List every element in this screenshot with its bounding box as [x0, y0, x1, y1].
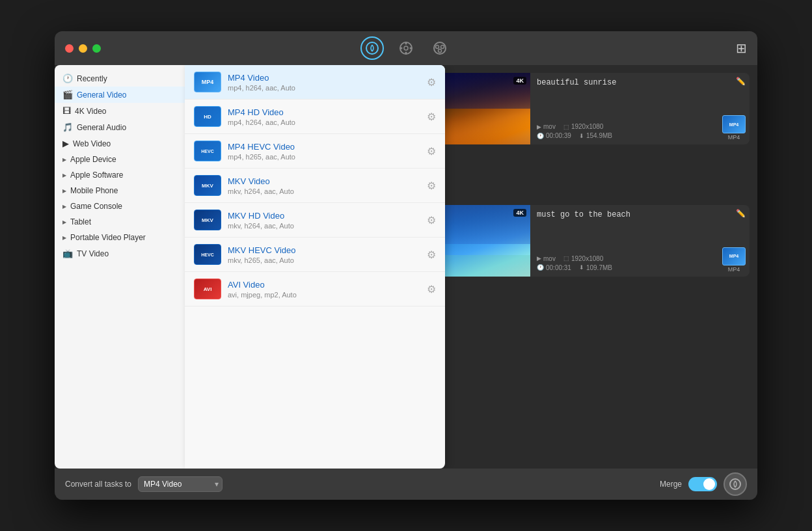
sidebar-item-apple-software[interactable]: ▶ Apple Software — [55, 167, 185, 183]
format-badge-v2: MP4 MP4 — [722, 115, 746, 141]
format-settings-mkv[interactable]: ⚙ — [427, 180, 436, 192]
minimize-button[interactable] — [79, 44, 87, 53]
video-title-v4: must go to the beach — [537, 210, 743, 219]
convert-all-label: Convert all tasks to — [65, 480, 131, 489]
svg-point-5 — [401, 48, 403, 49]
format-item-info-mp4-hd: MP4 HD Video mp4, h264, aac, Auto — [228, 107, 427, 126]
format-item-name-mkv-hevc: MKV HEVC Video — [228, 245, 427, 255]
toolbox-tab-icon[interactable] — [428, 36, 452, 60]
sidebar-item-general-video[interactable]: 🎬 General Video — [55, 87, 185, 103]
maximize-button[interactable] — [92, 44, 101, 53]
format-item-info-mp4: MP4 Video mp4, h264, aac, Auto — [228, 73, 427, 92]
titlebar-icons — [360, 36, 452, 60]
sidebar-item-tablet[interactable]: ▶ Tablet — [55, 214, 185, 230]
format-icon-mp4-hevc: HEVC — [194, 141, 221, 161]
sidebar-item-apple-software-label: Apple Software — [70, 170, 123, 180]
sidebar-item-mobile-phone-label: Mobile Phone — [70, 186, 118, 195]
sidebar-item-general-audio-label: General Audio — [77, 123, 126, 132]
format-settings-mp4-hd[interactable]: ⚙ — [427, 111, 436, 123]
format-icon-mkv-hevc: HEVC — [194, 244, 221, 265]
svg-point-4 — [405, 52, 407, 54]
format-item-tags-mkv-hd: mkv, h264, aac, Auto — [228, 222, 427, 230]
format-item-name-mp4: MP4 Video — [228, 73, 427, 83]
grid-icon[interactable]: ⊞ — [736, 41, 747, 55]
sidebar-item-recently-label: Recently — [77, 74, 107, 83]
format-list-panel: MP4 MP4 Video mp4, h264, aac, Auto ⚙ HD — [185, 65, 445, 469]
format-item-name-mp4-hevc: MP4 HEVC Video — [228, 142, 427, 152]
sidebar-item-mobile-phone[interactable]: ▶ Mobile Phone — [55, 183, 185, 198]
format-icon-mkv-hd: MKV — [194, 210, 221, 230]
video-title-v2: beautiful sunrise — [537, 78, 743, 87]
format-icon-mkv: MKV — [194, 175, 221, 196]
svg-point-10 — [439, 49, 442, 53]
video-meta-v2: ▶ mov ⬚ 1920x1080 🕐 00:00:39 ⬇ 154.9MB — [537, 123, 743, 139]
format-item-tags-avi: avi, mjpeg, mp2, Auto — [228, 291, 427, 299]
badge-4k-v2: 4K — [513, 77, 526, 85]
format-item-mkv-hd[interactable]: MKV MKV HD Video mkv, h264, aac, Auto ⚙ — [185, 203, 445, 238]
format-item-info-avi: AVI Video avi, mjpeg, mp2, Auto — [228, 280, 427, 299]
badge-4k-v4: 4K — [513, 209, 526, 217]
media-tab-icon[interactable] — [394, 36, 418, 60]
toggle-knob — [703, 478, 715, 490]
sidebar-item-apple-device[interactable]: ▶ Apple Device — [55, 152, 185, 167]
format-item-tags-mp4: mp4, h264, aac, Auto — [228, 84, 427, 92]
expand-arrow-tablet: ▶ — [62, 219, 66, 225]
format-item-mkv[interactable]: MKV MKV Video mkv, h264, aac, Auto ⚙ — [185, 169, 445, 203]
format-item-mkv-hevc[interactable]: HEVC MKV HEVC Video mkv, h265, aac, Auto… — [185, 238, 445, 272]
4k-video-icon: 🎞 — [62, 106, 71, 116]
edit-icon-v2[interactable]: ✏️ — [736, 77, 746, 86]
sidebar-item-4k-video-label: 4K Video — [75, 107, 107, 116]
close-button[interactable] — [65, 44, 74, 53]
format-item-mp4-hd[interactable]: HD MP4 HD Video mp4, h264, aac, Auto ⚙ — [185, 100, 445, 134]
svg-point-0 — [366, 42, 378, 54]
format-settings-mkv-hd[interactable]: ⚙ — [427, 214, 436, 226]
format-item-info-mkv-hd: MKV HD Video mkv, h264, aac, Auto — [228, 211, 427, 230]
merge-toggle[interactable] — [688, 477, 717, 491]
convert-tab-icon[interactable] — [360, 36, 384, 60]
video-card-v4: 4K ✏️ must go to the beach ▶ mov ⬚ 1920x… — [410, 205, 750, 277]
sidebar-item-recently[interactable]: 🕐 Recently — [55, 70, 185, 87]
format-item-mp4-hevc[interactable]: HEVC MP4 HEVC Video mp4, h265, aac, Auto… — [185, 134, 445, 169]
format-settings-mp4[interactable]: ⚙ — [427, 76, 436, 88]
sidebar-item-game-console-label: Game Console — [70, 202, 122, 211]
svg-point-8 — [436, 46, 439, 49]
video-info-v4: ✏️ must go to the beach ▶ mov ⬚ 1920x108… — [530, 205, 750, 277]
format-settings-avi[interactable]: ⚙ — [427, 283, 436, 295]
expand-arrow-apple-device: ▶ — [62, 157, 66, 163]
sidebar-item-tv-video-label: TV Video — [77, 249, 109, 258]
general-video-icon: 🎬 — [62, 90, 73, 100]
sidebar-item-general-video-label: General Video — [77, 90, 127, 100]
sidebar-item-general-audio[interactable]: 🎵 General Audio — [55, 119, 185, 135]
format-settings-mkv-hevc[interactable]: ⚙ — [427, 249, 436, 261]
format-settings-mp4-hevc[interactable]: ⚙ — [427, 145, 436, 157]
sidebar-item-game-console[interactable]: ▶ Game Console — [55, 198, 185, 214]
format-icon-avi: AVI — [194, 279, 221, 299]
sidebar-panel: 🕐 Recently 🎬 General Video 🎞 4K Video 🎵 … — [55, 65, 185, 469]
edit-icon-v4[interactable]: ✏️ — [736, 209, 746, 218]
video-meta-v4: ▶ mov ⬚ 1920x1080 🕐 00:00:31 ⬇ 109.7MB — [537, 255, 743, 271]
expand-arrow-game-console: ▶ — [62, 204, 66, 210]
sidebar-item-web-video[interactable]: ▶ Web Video — [55, 135, 185, 152]
bottom-bar: Convert all tasks to MP4 Video MP4 HD Vi… — [55, 469, 757, 500]
titlebar: ⊞ — [55, 31, 757, 65]
format-item-info-mkv: MKV Video mkv, h264, aac, Auto — [228, 176, 427, 195]
convert-button[interactable] — [724, 472, 747, 496]
format-item-info-mp4-hevc: MP4 HEVC Video mp4, h265, aac, Auto — [228, 142, 427, 161]
sidebar-item-portable-video[interactable]: ▶ Portable Video Player — [55, 230, 185, 245]
format-badge-v4: MP4 MP4 — [722, 247, 746, 273]
format-item-name-mkv-hd: MKV HD Video — [228, 211, 427, 221]
sidebar-item-4k-video[interactable]: 🎞 4K Video — [55, 103, 185, 119]
format-item-tags-mkv: mkv, h264, aac, Auto — [228, 187, 427, 195]
sidebar-item-tv-video[interactable]: 📺 TV Video — [55, 245, 185, 262]
format-item-mp4[interactable]: MP4 MP4 Video mp4, h264, aac, Auto ⚙ — [185, 65, 445, 100]
sidebar-item-web-video-label: Web Video — [73, 139, 111, 148]
expand-arrow-mobile-phone: ▶ — [62, 188, 66, 194]
format-item-name-mp4-hd: MP4 HD Video — [228, 107, 427, 117]
web-video-icon: ▶ — [62, 139, 69, 148]
tv-video-icon: 📺 — [62, 249, 73, 258]
format-item-avi[interactable]: AVI AVI Video avi, mjpeg, mp2, Auto ⚙ — [185, 272, 445, 306]
format-select[interactable]: MP4 Video MP4 HD Video MP4 HEVC Video MK… — [138, 476, 223, 492]
svg-point-3 — [405, 43, 407, 45]
format-icon-mp4: MP4 — [194, 72, 221, 92]
svg-point-6 — [410, 48, 412, 49]
